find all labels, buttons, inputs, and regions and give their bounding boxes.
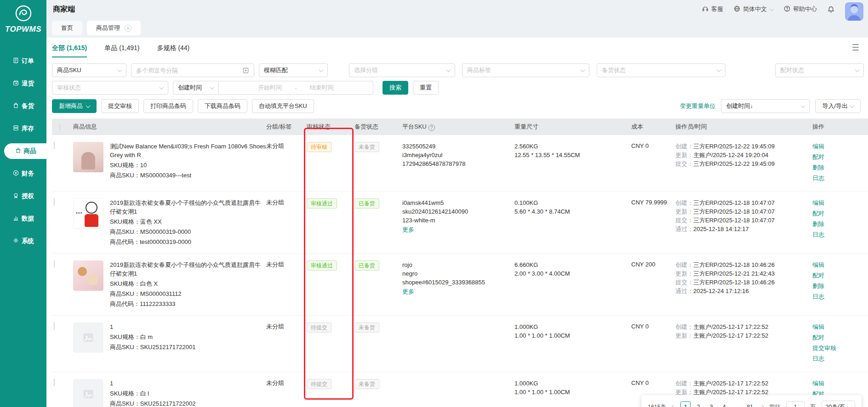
change-weight-unit-link[interactable]: 变更重量单位 [680, 102, 715, 110]
product-image [73, 260, 103, 291]
pair-status-select[interactable]: 配对状态 [775, 63, 864, 77]
spec-value: MS00000319-0000 [140, 228, 191, 235]
operation-link[interactable]: 配对 [812, 209, 868, 218]
next-page-icon[interactable] [760, 405, 765, 407]
operation-link[interactable]: 配对 [812, 271, 868, 280]
operator-time-line: 提交：三方ERP/2025-12-22 19:45:09 [675, 159, 811, 168]
stock-status-select[interactable]: 备货状态 [597, 63, 725, 77]
operations-cell: 编辑配对删除日志 [811, 260, 868, 303]
time-label: 更新： [675, 270, 693, 277]
more-link[interactable]: 更多 [402, 226, 414, 234]
operation-link[interactable]: 删除 [812, 282, 868, 291]
subtab-2[interactable]: 多规格 (44) [157, 44, 190, 57]
subtab-1[interactable]: 单品 (1,491) [104, 44, 139, 57]
import-export-button[interactable]: 导入/导出 [815, 99, 861, 113]
operation-link[interactable]: 日志 [812, 354, 868, 363]
operation-link[interactable]: 编辑 [812, 198, 868, 208]
plus-square-icon[interactable] [242, 67, 249, 74]
sku-search-field [131, 63, 254, 77]
cost-value: CNY 0 [631, 142, 649, 150]
operation-link[interactable]: 删除 [812, 163, 868, 172]
time-type-select[interactable]: 创建时间 [173, 81, 219, 95]
operation-link[interactable]: 编辑 [812, 322, 868, 332]
operation-link[interactable]: 配对 [812, 153, 868, 162]
spec-value: 白 m [140, 334, 153, 340]
page-number[interactable]: 2 [693, 401, 703, 407]
select-all-checkbox[interactable] [59, 123, 60, 131]
page-unit-label: 页 [810, 403, 816, 407]
returns-icon [12, 79, 19, 88]
help-question-icon[interactable]: ? [428, 124, 435, 131]
page-number[interactable]: 3 [706, 401, 716, 407]
sidebar-item-returns[interactable]: 退货 [0, 76, 46, 91]
total-count: 1615条 [648, 403, 666, 407]
sort-select[interactable]: 创建时间↓ [721, 99, 810, 113]
support-button[interactable]: 客服 [702, 5, 723, 14]
operation-link[interactable]: 编辑 [812, 379, 868, 388]
product-image [73, 379, 103, 407]
row-checkbox[interactable] [54, 379, 55, 386]
sidebar-menu: 订单退货备货库存商品财务授权数据系统 [0, 53, 46, 249]
product-text: 1SKU规格：白 l商品SKU：SKU2512171722002 [110, 379, 195, 407]
sidebar-item-products[interactable]: 商品 [4, 143, 46, 159]
operation-link[interactable]: 日志 [812, 230, 868, 239]
page-number[interactable]: 4 [719, 401, 729, 407]
prev-page-icon[interactable] [671, 405, 676, 407]
cost-cell: CNY 0 [622, 379, 668, 387]
operation-link[interactable]: 删除 [812, 220, 868, 229]
download-barcode-button[interactable]: 下载商品条码 [198, 99, 247, 113]
autofill-platform-sku-button[interactable]: 自动填充平台SKU [252, 99, 314, 113]
match-mode-select[interactable]: 模糊匹配 [259, 63, 328, 77]
time-label: 创建： [675, 143, 693, 150]
language-selector[interactable]: 简体中文 [733, 5, 773, 14]
operation-link[interactable]: 配对 [812, 333, 868, 342]
operation-link[interactable]: 编辑 [812, 260, 868, 270]
row-checkbox[interactable] [54, 322, 55, 330]
row-checkbox[interactable] [54, 198, 55, 206]
goto-page-input[interactable] [786, 401, 805, 407]
user-avatar[interactable] [845, 2, 863, 21]
search-button[interactable]: 搜索 [383, 81, 408, 95]
page-number[interactable]: 1 [680, 401, 691, 407]
time-value: 主账户/2025-12-17 17:22:52 [693, 332, 768, 339]
operation-link[interactable]: 提交审核 [812, 344, 868, 353]
sidebar-item-data[interactable]: 数据 [0, 211, 46, 226]
tag-select[interactable]: 商品标签 [462, 63, 589, 77]
add-product-button[interactable]: 新增商品 [52, 99, 97, 113]
help-center-button[interactable]: 帮助中心 [783, 5, 817, 14]
tab-product-management[interactable]: 商品管理× [87, 21, 141, 35]
chevron-down-icon [86, 103, 91, 108]
notification-bell-icon[interactable] [827, 6, 835, 13]
sidebar-item-orders[interactable]: 订单 [0, 53, 46, 69]
start-date-input[interactable]: 开始时间 [258, 84, 282, 92]
page-size-select[interactable]: 20条/页 [822, 401, 855, 407]
subtab-0[interactable]: 全部 (1,615) [52, 44, 87, 57]
audit-status-select[interactable]: 审核状态 [52, 81, 168, 95]
submit-audit-button[interactable]: 提交审核 [101, 99, 139, 113]
sku-type-select[interactable]: 商品SKU [52, 63, 126, 77]
sidebar-item-auth[interactable]: 授权 [0, 188, 46, 204]
sidebar-item-finance[interactable]: 财务 [0, 166, 46, 181]
operator-time-cell: 创建：主账户/2025-12-17 17:22:52更新：主账户/2025-12… [668, 322, 811, 340]
more-link[interactable]: 更多 [402, 288, 414, 296]
dimensions-value: 5.60 * 4.30 * 8.74CM [514, 207, 622, 216]
sidebar-item-system[interactable]: 系统 [0, 233, 46, 249]
collapse-menu-icon[interactable] [850, 41, 862, 53]
close-icon[interactable]: × [125, 25, 131, 32]
operation-link[interactable]: 日志 [812, 292, 868, 301]
operation-link[interactable]: 编辑 [812, 142, 868, 151]
end-date-input[interactable]: 结束时间 [310, 84, 334, 92]
group-select[interactable]: 选择分组 [349, 63, 455, 77]
time-label: 提交： [675, 279, 693, 286]
sidebar-item-inventory[interactable]: 库存 [0, 121, 46, 136]
chevron-down-icon [319, 68, 324, 72]
sku-input[interactable] [136, 67, 242, 74]
reset-button[interactable]: 重置 [413, 81, 439, 95]
row-checkbox[interactable] [54, 260, 55, 268]
row-checkbox[interactable] [54, 141, 55, 149]
operation-link[interactable]: 日志 [812, 174, 868, 183]
print-barcode-button[interactable]: 打印商品条码 [143, 99, 193, 113]
page-number[interactable]: 81 [745, 401, 755, 407]
tab-home[interactable]: 首页 [52, 21, 82, 35]
sidebar-item-stocking[interactable]: 备货 [0, 98, 46, 114]
